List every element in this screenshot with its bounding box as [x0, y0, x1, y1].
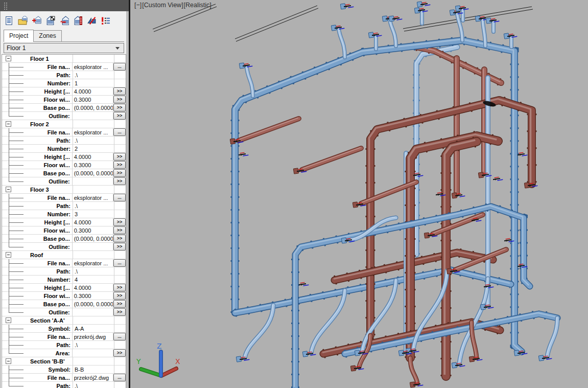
tree-row[interactable]: File na...przekrój.dwg...: [2, 333, 126, 341]
expand-button[interactable]: >>: [113, 87, 126, 95]
tree-row[interactable]: Base po...(0.0000, 0.0000>>: [2, 169, 126, 177]
row-value[interactable]: [72, 349, 113, 357]
tree-row[interactable]: Height [...4.0000>>: [2, 87, 126, 96]
expand-button[interactable]: >>: [113, 177, 126, 185]
browse-button[interactable]: ...: [113, 374, 126, 381]
expand-button[interactable]: >>: [113, 112, 126, 120]
toolbar-button-compare-drawings[interactable]: [85, 14, 98, 27]
tree-row[interactable]: Height [...4.0000>>: [2, 153, 126, 161]
pipe-fitting-glyph[interactable]: [518, 152, 528, 156]
tree-row[interactable]: Number:1: [2, 79, 126, 87]
collapse-toggle[interactable]: [6, 317, 11, 323]
row-value[interactable]: przekrój.dwg: [72, 333, 113, 341]
tree-group-header[interactable]: Section 'B-B': [2, 357, 126, 366]
drawing-area[interactable]: YZX [−][Custom View][Realistic]: [129, 0, 588, 388]
expand-button[interactable]: >>: [113, 161, 126, 169]
tree-row[interactable]: Height [...4.0000>>: [2, 218, 126, 226]
collapse-toggle[interactable]: [6, 358, 11, 364]
tree-row[interactable]: File na...przekrój2.dwg...: [2, 374, 126, 382]
row-value[interactable]: .\: [73, 382, 114, 388]
tree-row[interactable]: Path:.\: [2, 136, 126, 145]
expand-button[interactable]: >>: [113, 349, 126, 357]
viewport-view-control[interactable]: [Custom View]: [142, 2, 183, 9]
tree-row[interactable]: Path:.\: [2, 382, 126, 388]
collapse-toggle[interactable]: [6, 252, 11, 258]
row-value[interactable]: 0.3000: [72, 226, 113, 235]
expand-button[interactable]: >>: [113, 308, 126, 316]
tab-zones[interactable]: Zones: [33, 30, 61, 41]
tree-row[interactable]: Height [...4.0000>>: [2, 284, 126, 292]
row-value[interactable]: eksplorator ...: [72, 194, 113, 202]
row-value[interactable]: przekrój2.dwg: [72, 374, 113, 382]
tree-row[interactable]: Symbol:A-A: [2, 325, 126, 333]
tree-group-header[interactable]: Floor 2: [2, 120, 126, 128]
toolbar-button-check-list[interactable]: [99, 14, 111, 27]
expand-button[interactable]: >>: [113, 300, 126, 308]
tree-row[interactable]: Floor wi...0.3000>>: [2, 96, 126, 104]
row-value[interactable]: eksplorator ...: [72, 259, 113, 267]
row-value[interactable]: .\: [73, 202, 114, 210]
toolbar-button-storey-properties[interactable]: [44, 14, 56, 27]
tree-row[interactable]: File na...eksplorator ......: [2, 63, 126, 71]
row-value[interactable]: 4.0000: [72, 218, 113, 226]
row-value[interactable]: 4.0000: [72, 284, 113, 292]
collapse-toggle[interactable]: [6, 187, 11, 192]
row-value[interactable]: [72, 177, 113, 186]
pipe-fitting-glyph[interactable]: [417, 0, 430, 7]
row-value[interactable]: .\: [73, 267, 114, 276]
row-value[interactable]: 4: [73, 276, 114, 284]
tree-row[interactable]: Base po...(0.0000, 0.0000>>: [2, 235, 126, 243]
tree-row[interactable]: Path:.\: [2, 267, 126, 276]
level-selector[interactable]: Floor 1: [4, 43, 124, 53]
toolbar-button-delete-storey[interactable]: [58, 14, 70, 27]
model-3d-view[interactable]: YZX: [130, 0, 588, 388]
toolbar-button-new-project[interactable]: [3, 14, 15, 27]
tree-row[interactable]: Path:.\: [2, 341, 126, 349]
expand-button[interactable]: >>: [113, 169, 126, 177]
row-value[interactable]: 2: [73, 145, 114, 153]
browse-button[interactable]: ...: [113, 128, 126, 136]
toolbar-button-add-storey[interactable]: [30, 14, 42, 27]
tree-group-header[interactable]: Floor 1: [2, 55, 126, 63]
row-value[interactable]: [72, 308, 113, 316]
browse-button[interactable]: ...: [113, 333, 126, 340]
tree-row[interactable]: Area:>>: [2, 349, 126, 357]
project-tree[interactable]: Floor 1File na...eksplorator ......Path:…: [2, 54, 126, 388]
tree-row[interactable]: Floor wi...0.3000>>: [2, 161, 126, 169]
row-value[interactable]: (0.0000, 0.0000: [72, 235, 113, 243]
ucs-axis-icon[interactable]: YZX: [136, 342, 180, 376]
tree-group-header[interactable]: Roof: [2, 251, 126, 259]
row-value[interactable]: 1: [73, 79, 114, 87]
browse-button[interactable]: ...: [113, 259, 126, 267]
expand-button[interactable]: >>: [113, 153, 126, 161]
row-value[interactable]: 0.3000: [72, 292, 113, 300]
tree-row[interactable]: File na...eksplorator ......: [2, 128, 126, 136]
pipe-fitting-glyph[interactable]: [299, 282, 309, 286]
tree-row[interactable]: Symbol:B-B: [2, 366, 126, 374]
row-value[interactable]: B-B: [73, 366, 114, 374]
row-value[interactable]: [72, 112, 113, 120]
tree-row[interactable]: Floor wi...0.3000>>: [2, 226, 126, 235]
row-value[interactable]: 0.3000: [72, 161, 113, 169]
row-value[interactable]: 0.3000: [72, 96, 113, 104]
tree-row[interactable]: Base po...(0.0000, 0.0000>>: [2, 104, 126, 112]
viewport-visualstyle-control[interactable]: [Realistic]: [184, 2, 211, 9]
collapse-toggle[interactable]: [6, 121, 11, 127]
tree-row[interactable]: Outline:>>: [2, 243, 126, 251]
pipe-fitting-glyph[interactable]: [340, 2, 354, 9]
tree-row[interactable]: Outline:>>: [2, 308, 126, 316]
tree-row[interactable]: File na...eksplorator ......: [2, 259, 126, 267]
pipe-fitting-glyph[interactable]: [239, 152, 249, 156]
expand-button[interactable]: >>: [113, 96, 126, 103]
row-value[interactable]: .\: [73, 341, 114, 349]
row-value[interactable]: 4.0000: [72, 87, 113, 96]
tree-row[interactable]: Outline:>>: [2, 177, 126, 186]
tree-row[interactable]: Path:.\: [2, 71, 126, 79]
row-value[interactable]: [72, 243, 113, 251]
browse-button[interactable]: ...: [113, 194, 126, 201]
tree-group-header[interactable]: Floor 3: [2, 186, 126, 194]
row-value[interactable]: 4.0000: [72, 153, 113, 161]
tree-row[interactable]: Outline:>>: [2, 112, 126, 120]
row-value[interactable]: eksplorator ...: [72, 128, 113, 136]
tree-row[interactable]: Floor wi...0.3000>>: [2, 292, 126, 300]
